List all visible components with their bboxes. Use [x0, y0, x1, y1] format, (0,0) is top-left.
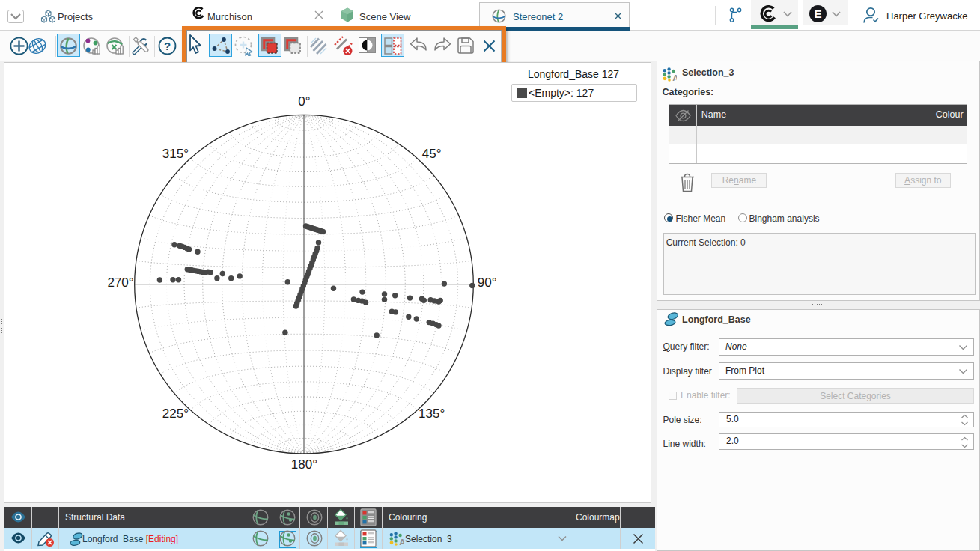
svg-text:A: A — [399, 538, 404, 547]
svg-text:?: ? — [164, 40, 171, 52]
svg-text:A: A — [672, 73, 677, 82]
